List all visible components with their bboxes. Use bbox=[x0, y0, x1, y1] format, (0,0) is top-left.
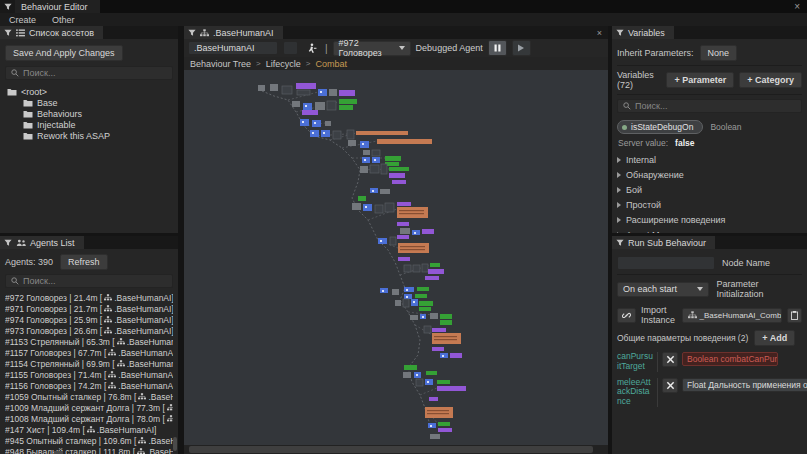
agent-list-item[interactable]: #1008 Младший сержант Долга | 78.0m [ .B… bbox=[5, 413, 173, 424]
agent-list-item[interactable]: #945 Опытный сталкер | 109.6m [ .BaseHum… bbox=[5, 435, 173, 446]
menu-item-create[interactable]: Create bbox=[9, 15, 36, 25]
behaviour-graph-canvas[interactable] bbox=[184, 70, 608, 445]
editor-toolbar: .BaseHumanAI | #972 Головорез Debugged A… bbox=[184, 39, 608, 57]
folder-icon bbox=[7, 88, 17, 96]
asset-list-panel: Список ассетов Save And Apply Changes По… bbox=[0, 26, 178, 233]
editor-tab-close-button[interactable]: × bbox=[597, 26, 602, 39]
variable-pill-isstatedebugon[interactable]: isStateDebugOn bbox=[617, 120, 703, 134]
add-parameter-button[interactable]: + Parameter bbox=[666, 72, 734, 88]
category-label: Расширение поведения bbox=[626, 215, 725, 225]
tree-item-reworkthisasap[interactable]: Rework this ASAP bbox=[5, 130, 173, 141]
initialization-select[interactable]: On each start bbox=[617, 282, 709, 297]
window-title-tab[interactable]: Behaviour Editor bbox=[15, 0, 100, 13]
search-icon bbox=[623, 102, 631, 110]
behaviour-name-field[interactable]: .BaseHumanAI bbox=[188, 41, 278, 55]
follow-agent-button[interactable] bbox=[303, 42, 320, 55]
save-and-apply-button[interactable]: Save And Apply Changes bbox=[5, 45, 123, 61]
breadcrumb-item-behaviour-tree[interactable]: Behaviour Tree bbox=[190, 59, 251, 69]
agent-ai-label: .BaseHumanAI] bbox=[147, 447, 173, 454]
parameter-value-field[interactable]: Boolean combatCanPursuitTarget bbox=[682, 352, 778, 366]
tree-item-behaviours[interactable]: Behaviours bbox=[5, 108, 173, 119]
tab-agents-list[interactable]: Agents List bbox=[0, 236, 84, 249]
toolbar-swatch-button[interactable] bbox=[283, 41, 298, 55]
tab-variables[interactable]: Variables bbox=[612, 26, 674, 39]
breadcrumb-item-combat[interactable]: Combat bbox=[315, 59, 347, 69]
agent-list-item[interactable]: #972 Головорез | 21.4m [ .BaseHumanAI] bbox=[5, 292, 173, 303]
asset-search-placeholder: Поиск... bbox=[23, 68, 55, 78]
agents-vertical-scrollbar[interactable] bbox=[173, 437, 177, 451]
variable-category-internal[interactable]: Internal bbox=[617, 152, 802, 167]
clipboard-button[interactable] bbox=[787, 308, 802, 323]
pause-button[interactable] bbox=[488, 40, 507, 56]
parameter-initialization-label: Parameter Initialization bbox=[716, 279, 802, 299]
asset-panel-title: Список ассетов bbox=[29, 28, 94, 38]
tab-run-sub-behaviour[interactable]: Run Sub Behaviour bbox=[612, 236, 715, 249]
runsub-tabstrip: Run Sub Behaviour bbox=[612, 236, 807, 249]
scrollbar-thumb[interactable] bbox=[189, 446, 593, 453]
variable-category-бой[interactable]: Бой bbox=[617, 182, 802, 197]
parameter-value-field[interactable]: Float Дальность применения оружия ближне… bbox=[682, 378, 807, 392]
app-menu-button[interactable] bbox=[0, 0, 15, 13]
tab-basehumanai[interactable]: .BaseHumanAI bbox=[184, 26, 283, 39]
link-instance-button[interactable] bbox=[617, 308, 636, 323]
play-button[interactable] bbox=[512, 40, 531, 56]
inherit-parameters-button[interactable]: None bbox=[700, 45, 738, 61]
agent-list-item[interactable]: #1157 Головорез | 67.7m [ .BaseHumanAI] bbox=[5, 347, 173, 358]
refresh-button[interactable]: Refresh bbox=[60, 254, 108, 270]
parameter-name[interactable]: canPursuitTarget bbox=[617, 352, 653, 372]
agents-panel-title: Agents List bbox=[30, 238, 75, 248]
agent-list-item[interactable]: #1156 Головорез | 74.2m [ .BaseHumanAI] bbox=[5, 380, 173, 391]
breadcrumb-separator: > bbox=[256, 59, 261, 68]
variables-panel: Variables Inherit Parameters: None Varia… bbox=[612, 26, 807, 233]
import-instance-button[interactable]: _BaseHumanAI_CombatCheckDistance bbox=[682, 308, 782, 323]
tree-item-root[interactable]: <root> bbox=[5, 86, 173, 97]
behaviour-parameters: canPursuitTargetBoolean combatCanPursuit… bbox=[617, 352, 802, 407]
variable-category-agent-maneuver[interactable]: Agent Maneuver bbox=[617, 227, 802, 233]
agent-ai-label: .BaseHumanAI] bbox=[114, 293, 173, 303]
folder-icon bbox=[23, 110, 33, 118]
variable-category-обнаружение[interactable]: Обнаружение bbox=[617, 167, 802, 182]
agents-panel-tabstrip: Agents List bbox=[0, 236, 178, 249]
agent-label: #1153 Стрелянный | 65.3m [ bbox=[5, 337, 115, 347]
variable-category-простой[interactable]: Простой bbox=[617, 197, 802, 212]
asset-search-input[interactable]: Поиск... bbox=[5, 66, 173, 80]
breadcrumb-item-lifecycle[interactable]: Lifecycle bbox=[266, 59, 301, 69]
variables-search-input[interactable]: Поиск... bbox=[617, 99, 802, 113]
asset-panel-tabstrip: Список ассетов bbox=[0, 26, 178, 39]
tab-asset-list[interactable]: Список ассетов bbox=[0, 26, 103, 39]
agent-ai-label: .BaseHumanAI] bbox=[127, 359, 173, 369]
agent-list-item[interactable]: #1059 Опытный сталкер | 76.8m [ .BaseHum… bbox=[5, 391, 173, 402]
agent-list-item[interactable]: #147 Хист | 109.4m [ .BaseHumanAI] bbox=[5, 424, 173, 435]
agent-list-item[interactable]: #971 Головорез | 21.7m [ .BaseHumanAI] bbox=[5, 303, 173, 314]
agent-list-item[interactable]: #948 Бывалый сталкер | 111.8m [ .BaseHum… bbox=[5, 446, 173, 454]
folder-icon bbox=[23, 99, 33, 107]
add-common-parameter-button[interactable]: + Add bbox=[754, 330, 795, 346]
unlink-parameter-button[interactable] bbox=[662, 378, 678, 393]
hierarchy-icon bbox=[108, 349, 116, 356]
tree-item-base[interactable]: Base bbox=[5, 97, 173, 108]
parameter-name[interactable]: meleeAttackDistance bbox=[617, 378, 653, 407]
agent-list-item[interactable]: #1154 Стрелянный | 69.9m [ .BaseHumanAI] bbox=[5, 358, 173, 369]
tree-item-injectable[interactable]: Injectable bbox=[5, 119, 173, 130]
tree-item-label: Base bbox=[37, 98, 58, 108]
window-close-button[interactable]: × bbox=[794, 0, 800, 13]
funnel-icon bbox=[4, 3, 12, 11]
debug-agent-select[interactable]: #972 Головорез bbox=[333, 41, 411, 56]
menu-item-other[interactable]: Other bbox=[52, 15, 75, 25]
hierarchy-icon bbox=[688, 311, 697, 319]
agent-list-item[interactable]: #1155 Головорез | 71.4m [ .BaseHumanAI] bbox=[5, 369, 173, 380]
node-name-input[interactable] bbox=[617, 256, 715, 270]
hierarchy-icon bbox=[104, 316, 112, 323]
unlink-parameter-button[interactable] bbox=[662, 352, 678, 367]
agents-search-placeholder: Поиск... bbox=[23, 276, 55, 286]
agent-ai-label: .BaseHumanAI] bbox=[114, 304, 173, 314]
graph-horizontal-scrollbar[interactable] bbox=[184, 445, 608, 454]
category-label: Бой bbox=[626, 185, 642, 195]
agent-list-item[interactable]: #973 Головорез | 26.6m [ .BaseHumanAI] bbox=[5, 325, 173, 336]
variable-category-расширение-поведения[interactable]: Расширение поведения bbox=[617, 212, 802, 227]
agent-list-item[interactable]: #974 Головорез | 25.9m [ .BaseHumanAI] bbox=[5, 314, 173, 325]
add-category-button[interactable]: + Category bbox=[739, 72, 802, 88]
agent-list-item[interactable]: #1009 Младший сержант Долга | 77.3m [ .B… bbox=[5, 402, 173, 413]
agent-list-item[interactable]: #1153 Стрелянный | 65.3m [ .BaseHumanAI] bbox=[5, 336, 173, 347]
agents-search-input[interactable]: Поиск... bbox=[5, 274, 173, 288]
